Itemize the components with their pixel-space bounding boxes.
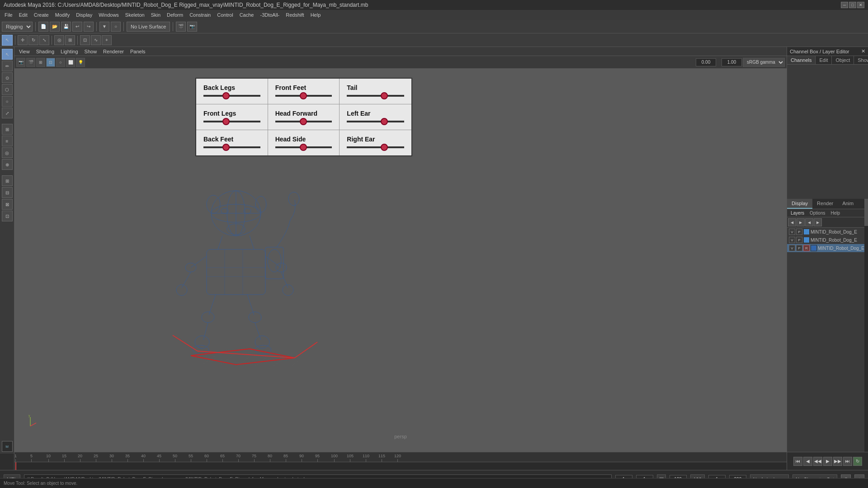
handle-front-legs[interactable] <box>222 118 230 125</box>
scrollbar-thumb[interactable] <box>864 199 868 226</box>
tab-anim[interactable]: Anim <box>838 199 858 209</box>
tab-object[interactable]: Object <box>832 56 854 64</box>
play-back-button[interactable]: ◀◀ <box>813 457 822 466</box>
menu-control[interactable]: Control <box>214 11 236 19</box>
menu-3dtoall[interactable]: -3DtoAll- <box>257 11 282 19</box>
layer-prev2-button[interactable]: ◀ <box>805 218 813 226</box>
menu-skin[interactable]: Skin <box>148 11 163 19</box>
minimize-button[interactable]: ─ <box>841 2 848 8</box>
menu-modify[interactable]: Modify <box>52 11 72 19</box>
vp-menu-view[interactable]: View <box>16 48 33 55</box>
menu-deform[interactable]: Deform <box>164 11 186 19</box>
vp-menu-lighting[interactable]: Lighting <box>58 48 81 55</box>
undo-button[interactable]: ↩ <box>72 22 82 32</box>
handle-back-legs[interactable] <box>222 92 230 99</box>
save-scene-button[interactable]: 💾 <box>61 22 71 32</box>
tool7-button[interactable]: ⊠ <box>2 199 13 210</box>
layer-tool-button[interactable]: ≡ <box>2 136 13 146</box>
new-scene-button[interactable]: 📄 <box>38 22 48 32</box>
live-surface-button[interactable]: No Live Surface <box>127 22 170 32</box>
vp-wireframe-btn[interactable]: ⊡ <box>46 58 55 67</box>
vp-film-btn[interactable]: 🎬 <box>26 58 35 67</box>
polygon-button[interactable]: ⬡ <box>2 84 13 95</box>
slider-back-feet[interactable] <box>203 146 260 148</box>
handle-head-side[interactable] <box>300 144 307 151</box>
menu-create[interactable]: Create <box>31 11 52 19</box>
go-end-button[interactable]: ⏭ <box>843 457 852 466</box>
menu-file[interactable]: File <box>2 11 15 19</box>
tab-channels[interactable]: Channels <box>787 56 816 64</box>
deform-button[interactable]: ⤢ <box>2 108 13 118</box>
snap-curve-button[interactable]: ∿ <box>91 35 101 45</box>
play-forward-button[interactable]: ▶ <box>823 457 832 466</box>
select-mode-button[interactable]: ▼ <box>99 22 109 32</box>
layer-item-1[interactable]: V P MINTID_Robot_Dog_E <box>787 228 868 236</box>
tab-edit[interactable]: Edit <box>816 56 832 64</box>
layer-v-1[interactable]: V <box>789 229 795 235</box>
grid-button[interactable]: ⊞ <box>2 124 13 135</box>
menu-skeleton[interactable]: Skeleton <box>123 11 147 19</box>
menu-constrain[interactable]: Constrain <box>187 11 213 19</box>
layer-item-3[interactable]: V P R MINTID_Robot_Dog_E <box>787 244 868 252</box>
handle-head-forward[interactable] <box>300 118 307 125</box>
layer-next2-button[interactable]: ▶ <box>814 218 822 226</box>
handle-left-ear[interactable] <box>381 118 388 125</box>
slider-left-ear[interactable] <box>347 121 404 122</box>
handle-right-ear[interactable] <box>381 144 388 151</box>
slider-tail[interactable] <box>347 95 404 97</box>
vp-value1-input[interactable] <box>696 58 716 66</box>
vp-grid-btn[interactable]: ⊞ <box>36 58 45 67</box>
layer-next-button[interactable]: ▶ <box>797 218 805 226</box>
handle-front-feet[interactable] <box>300 92 307 99</box>
transform-button[interactable]: ⊞ <box>65 35 75 45</box>
vp-menu-shading[interactable]: Shading <box>33 48 57 55</box>
vp-menu-renderer[interactable]: Renderer <box>100 48 127 55</box>
slider-back-legs[interactable] <box>203 95 260 97</box>
open-scene-button[interactable]: 📂 <box>50 22 60 32</box>
layer-v-2[interactable]: V <box>789 237 795 243</box>
slider-head-side[interactable] <box>275 146 332 148</box>
vp-gamma-select[interactable]: sRGB gamma <box>743 58 785 67</box>
viewport-content[interactable]: Back Legs Front Feet Tail <box>14 69 787 443</box>
vp-value2-input[interactable] <box>722 58 742 66</box>
rigging-tool-button[interactable]: ⊕ <box>2 159 13 170</box>
slider-right-ear[interactable] <box>347 146 404 148</box>
camera-button[interactable]: 📷 <box>187 22 197 32</box>
handle-back-feet[interactable] <box>222 144 230 151</box>
tool6-button[interactable]: ⊟ <box>2 187 13 198</box>
lasso-button[interactable]: ○ <box>111 22 121 32</box>
move-tool-button[interactable]: ✛ <box>18 35 28 45</box>
subtab-help[interactable]: Help <box>829 210 842 216</box>
soft-select-button[interactable]: ◎ <box>54 35 64 45</box>
tab-render[interactable]: Render <box>812 199 838 209</box>
menu-display[interactable]: Display <box>73 11 95 19</box>
layer-item-2[interactable]: V P MINTID_Robot_Dog_E <box>787 236 868 244</box>
subtab-options[interactable]: Options <box>808 210 827 216</box>
anim-tool-button[interactable]: ◎ <box>2 147 13 158</box>
timeline-bar[interactable] <box>14 462 787 470</box>
snap-grid-button[interactable]: ⊡ <box>80 35 90 45</box>
vp-light-btn[interactable]: 💡 <box>76 58 85 67</box>
layer-r-3[interactable]: R <box>803 245 810 251</box>
viewport[interactable]: View Shading Lighting Show Renderer Pane… <box>14 47 787 452</box>
snap-point-button[interactable]: + <box>102 35 112 45</box>
layer-scrollbar[interactable] <box>864 199 868 452</box>
nurbs-button[interactable]: ○ <box>2 96 13 107</box>
menu-redshift[interactable]: Redshift <box>283 11 307 19</box>
slider-front-feet[interactable] <box>275 95 332 97</box>
render-button[interactable]: 🎬 <box>176 22 186 32</box>
menu-edit[interactable]: Edit <box>16 11 30 19</box>
slider-head-forward[interactable] <box>275 121 332 122</box>
loop-button[interactable]: ↻ <box>853 457 862 466</box>
vp-texture-btn[interactable]: ⬜ <box>66 58 75 67</box>
layer-prev-button[interactable]: ◀ <box>788 218 796 226</box>
vp-menu-panels[interactable]: Panels <box>127 48 148 55</box>
close-button[interactable]: ✕ <box>857 2 864 8</box>
subtab-layers[interactable]: Layers <box>789 210 806 216</box>
tab-display[interactable]: Display <box>787 199 812 209</box>
paint-button[interactable]: ✏ <box>2 61 13 71</box>
select-tool-button[interactable]: ↖ <box>2 35 13 46</box>
scale-tool-button[interactable]: ⤡ <box>39 35 49 45</box>
close-panel-icon[interactable]: ✕ <box>861 48 865 54</box>
sculpt-button[interactable]: ⊙ <box>2 72 13 83</box>
